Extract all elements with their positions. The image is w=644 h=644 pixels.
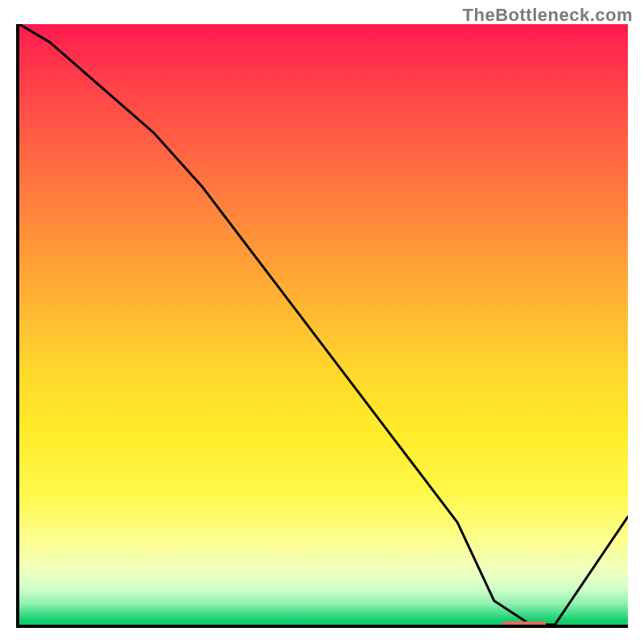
plot-area	[16, 24, 628, 628]
bottleneck-curve	[19, 24, 628, 625]
curve-svg	[19, 24, 628, 625]
chart-stage: TheBottleneck.com	[0, 0, 644, 644]
watermark-label: TheBottleneck.com	[463, 5, 633, 26]
optimum-marker	[502, 621, 545, 627]
